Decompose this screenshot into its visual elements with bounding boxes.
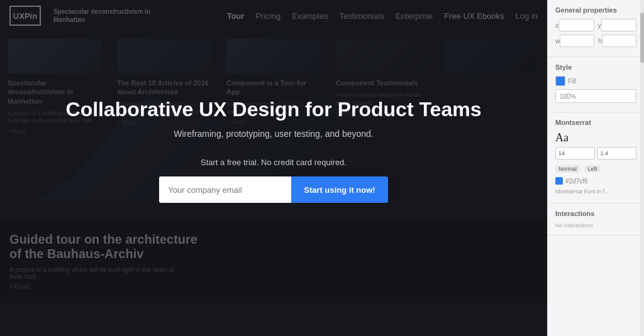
panel-style-title: Style: [555, 63, 636, 71]
panel-tags-row: Normal Left: [555, 162, 636, 175]
nav-link-login[interactable]: Log in: [516, 11, 538, 21]
hero-cta-text: Start a free trial. No credit card requi…: [0, 158, 547, 167]
panel-text-color-swatch[interactable]: [555, 177, 563, 185]
panel-x-row: x y: [555, 19, 636, 31]
scrollbar-thumb[interactable]: [640, 13, 644, 63]
panel-general-title: General properties: [555, 6, 636, 14]
panel-w-row: w h: [555, 35, 636, 47]
blog-card-img-4: [445, 39, 539, 73]
article-section: Guided tour on the architecture of the B…: [0, 220, 547, 303]
nav-link-enterprise[interactable]: Enterprise: [396, 11, 433, 21]
start-button[interactable]: Start using it now!: [291, 176, 387, 203]
nav-bar: UXPin Spectacular deconstructivism in Ma…: [0, 0, 547, 31]
uxpin-logo[interactable]: UXPin: [9, 6, 41, 26]
panel-font-note: Montserrat Font in f...: [555, 188, 636, 195]
background-page: UXPin Spectacular deconstructivism in Ma…: [0, 0, 547, 336]
nav-link-tour[interactable]: Tour: [227, 11, 245, 21]
nav-tagline: Spectacular deconstructivism in Manhatta…: [53, 8, 160, 24]
nav-link-examples[interactable]: Examples: [292, 11, 328, 21]
email-input[interactable]: [159, 176, 291, 203]
panel-w-label: w: [555, 38, 560, 45]
panel-y-label: y: [598, 22, 601, 29]
right-panel: General properties x y w h Style Fill 10…: [547, 0, 644, 336]
panel-fill-row: Fill: [555, 76, 636, 86]
font-preview: Aa: [555, 131, 636, 144]
panel-text-color-label: #2d7cf6: [565, 178, 588, 185]
panel-opacity-input[interactable]: 100%: [555, 89, 636, 103]
panel-font-section: Montserrat Aa 14 1.4 Normal Left #2d7cf6…: [548, 112, 644, 203]
nav-link-testimonials[interactable]: Testimonials: [339, 11, 384, 21]
article-read[interactable]: » Read: [9, 283, 538, 290]
panel-interactions-section: Interactions No interactions: [548, 203, 644, 236]
panel-h-input[interactable]: [602, 35, 636, 47]
article-excerpt: A project of a building which will be bu…: [9, 266, 186, 280]
panel-interactions-empty: No interactions: [555, 222, 636, 229]
blog-card-img-3: [336, 39, 430, 73]
blog-card-img-0: [8, 39, 101, 73]
hero-section: Collaborative UX Design for Product Team…: [0, 97, 547, 203]
opacity-value: 100%: [560, 93, 576, 100]
panel-interactions-title: Interactions: [555, 210, 636, 217]
nav-link-pricing[interactable]: Pricing: [256, 11, 281, 21]
scrollbar-track: [640, 0, 644, 336]
panel-w-input[interactable]: [560, 35, 594, 47]
hero-subtitle: Wireframing, prototyping, user testing, …: [0, 129, 547, 139]
panel-general-properties: General properties x y w h: [548, 0, 644, 57]
article-title: Guided tour on the architecture of the B…: [9, 232, 198, 261]
hero-form: Start using it now!: [0, 176, 547, 203]
panel-fill-label: Fill: [568, 78, 576, 85]
color-swatch[interactable]: [555, 76, 565, 86]
panel-color-preview-row: #2d7cf6: [555, 177, 636, 185]
panel-font-size-input[interactable]: 14: [555, 147, 595, 160]
panel-font-size-row: 14 1.4: [555, 147, 636, 160]
blog-card-img-1: [117, 39, 211, 73]
panel-y-input[interactable]: [601, 19, 637, 31]
panel-tag-normal[interactable]: Normal: [555, 165, 580, 173]
panel-tag-left[interactable]: Left: [584, 165, 600, 173]
panel-font-title: Montserrat: [555, 119, 636, 126]
panel-x-input[interactable]: [558, 19, 594, 31]
panel-line-height-input[interactable]: 1.4: [597, 147, 637, 160]
panel-style-section: Style Fill 100%: [548, 57, 644, 112]
hero-title: Collaborative UX Design for Product Team…: [0, 97, 547, 121]
nav-link-free-ebooks[interactable]: Free UX Ebooks: [444, 11, 504, 21]
blog-card-img-2: [226, 39, 320, 73]
nav-links: Tour Pricing Examples Testimonials Enter…: [227, 11, 538, 21]
